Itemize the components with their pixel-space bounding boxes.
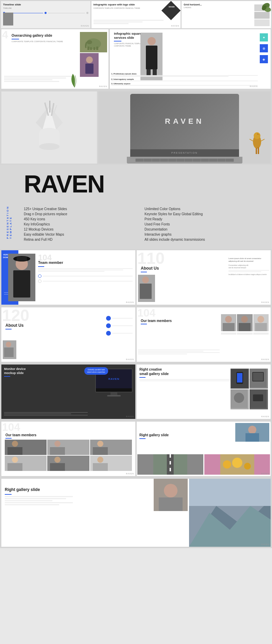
- team-photo-1-icon: [221, 314, 236, 331]
- features-section: 125+ Unique Creative Slides Drag n Drop …: [0, 203, 272, 249]
- gallery-img-1-icon: [231, 369, 248, 388]
- gallery-img-3-icon: [231, 389, 248, 408]
- svg-point-77: [223, 460, 231, 469]
- svg-rect-41: [223, 323, 235, 331]
- wooden-bird-icon: [247, 128, 267, 155]
- services-subtitle: CORPORATE FINANCIAL TEMPLATECORPORATE TH…: [114, 43, 268, 47]
- svg-rect-39: [4, 348, 14, 357]
- service-icon-1: ✦: [260, 33, 268, 41]
- services-title: Infographic square services slide: [114, 32, 144, 40]
- svg-point-44: [257, 316, 264, 323]
- bottom-final-row: Right gallery slide: [0, 477, 272, 548]
- svg-point-9: [86, 56, 93, 63]
- right-gallery-slide-full[interactable]: Right gallery slide: [1, 479, 271, 547]
- svg-rect-73: [170, 454, 171, 458]
- alternate-gallery-slide[interactable]: Right gallery slide: [137, 422, 271, 476]
- laptop-screen: RAVEN PRESENTATION: [130, 94, 239, 157]
- feature-r2: Keynote Styles for Easy Global Editing: [144, 211, 258, 217]
- svg-point-58: [54, 441, 61, 447]
- svg-rect-45: [255, 323, 267, 331]
- team-person-icon: [10, 255, 34, 300]
- leaf-decoration-icon: [68, 70, 80, 87]
- team-row-2: [5, 456, 132, 471]
- svg-rect-7: [94, 47, 95, 50]
- team2-photo-1-icon: [5, 440, 25, 455]
- svg-rect-28: [256, 148, 257, 154]
- svg-point-4: [87, 40, 92, 44]
- slide-number-4: 4: [2, 29, 8, 40]
- svg-rect-74: [170, 461, 171, 464]
- overarching-gallery-slide[interactable]: 4 Overarching gallery slide CORPORATE TE…: [1, 29, 108, 89]
- svg-point-42: [241, 316, 248, 323]
- team-photo-2-icon: [237, 314, 252, 331]
- about-us-person-photo: [138, 275, 155, 302]
- speech-bubble: Globally parallel task stand-alone exper…: [84, 367, 108, 375]
- monitor-mockup-slide[interactable]: Monitor device mockup slide RAVEN: [1, 365, 135, 419]
- feature-r7: All slides include dynamic transmissions: [144, 237, 258, 242]
- right-gallery-small-slide[interactable]: Right creative small gallery slide: [137, 365, 271, 419]
- sculpture-area: [1, 91, 97, 164]
- team2-photo-6-icon: [90, 456, 111, 471]
- svg-point-56: [12, 441, 18, 447]
- raven-logo-overarching: RAVEN: [99, 85, 107, 87]
- second-slide-row: 4 Overarching gallery slide CORPORATE TE…: [0, 29, 272, 90]
- team-person-photo: [8, 254, 35, 301]
- features-left: 125+ Unique Creative Slides Drag n Drop …: [24, 206, 138, 242]
- svg-point-64: [54, 457, 61, 463]
- raven-logo-gallery-small: RAVEN: [261, 416, 269, 418]
- svg-point-24: [39, 143, 60, 150]
- svg-point-78: [232, 458, 242, 468]
- svg-rect-8: [96, 47, 98, 50]
- infographic-services-slide[interactable]: Infographic square services slide CORPOR…: [110, 29, 271, 89]
- about-us-big-num-1: 110: [137, 250, 165, 267]
- grid-horizontal-slide-preview[interactable]: Grid horizont... LANDING: [182, 1, 271, 28]
- our-team-members-slide-1[interactable]: 104 Our team members: [137, 307, 271, 362]
- page-wrapper: Timeline slide TIMELINE RAVEN: [0, 0, 272, 548]
- service-icon-3: ◈: [260, 55, 268, 63]
- team-photo-3-icon: [253, 314, 269, 331]
- feature-r5: Documentation: [144, 227, 258, 232]
- team2-photo-4-icon: [5, 456, 25, 471]
- gallery-img-2-icon: [250, 369, 267, 387]
- svg-rect-6: [90, 47, 92, 50]
- svg-rect-10: [85, 64, 94, 74]
- timeline-slide-preview[interactable]: Timeline slide TIMELINE RAVEN: [1, 1, 90, 28]
- our-team-members-slide-2[interactable]: 104 Our team members: [1, 422, 135, 476]
- alternate-gallery-title: Right gallery slide: [139, 433, 170, 437]
- svg-rect-67: [93, 463, 108, 471]
- plant-decoration-icon: [254, 1, 271, 18]
- about-us-big-num-2: 120: [2, 307, 29, 324]
- svg-point-66: [97, 457, 103, 463]
- about-us-slide-2[interactable]: 120 About Us: [1, 307, 135, 362]
- svg-point-79: [244, 463, 251, 470]
- feature-6: Easy editable Vector Maps: [24, 232, 138, 237]
- raven-logo-team-2: RAVEN: [126, 473, 134, 475]
- monitor-title: Monitor device mockup slide: [4, 367, 31, 375]
- svg-point-60: [97, 441, 103, 447]
- about-us-slide-1[interactable]: 110 About Us Lorem ipsum dolor sit amet …: [137, 250, 271, 305]
- svg-rect-51: [253, 373, 263, 381]
- feature-2: Drag n Drop pictures replace: [24, 211, 138, 217]
- wooden-bird-decoration: [247, 128, 267, 157]
- svg-rect-83: [189, 479, 271, 506]
- svg-rect-61: [93, 447, 108, 455]
- right-gallery-small-title: Right creative small gallery slide: [139, 367, 170, 376]
- features-right: Unlimited Color Options Keynote Styles f…: [144, 206, 258, 242]
- svg-rect-75: [170, 468, 171, 471]
- services-person-icon: [143, 36, 160, 77]
- gallery-img-4-icon: [250, 389, 267, 408]
- svg-rect-5: [87, 47, 89, 50]
- svg-point-85: [164, 484, 177, 497]
- feature-4: Key InfoGraphics: [24, 222, 138, 227]
- svg-rect-86: [159, 497, 183, 511]
- team-row-1: [5, 440, 132, 455]
- feature-3: 450 Key icons: [24, 217, 138, 222]
- team-member-content: 104 Team member: [38, 254, 133, 283]
- svg-rect-63: [7, 463, 22, 471]
- team-member-slide[interactable]: VERONIKA DOWSON 104: [1, 250, 135, 305]
- infographic-logo-slide-preview[interactable]: Infographic square with logo slide CORPO…: [91, 1, 181, 28]
- brand-title: RAVEN: [24, 172, 258, 196]
- feature-5: 12 Mockup Devices: [24, 227, 138, 232]
- hero-left: RAVEN: [14, 172, 258, 196]
- svg-rect-35: [17, 257, 27, 261]
